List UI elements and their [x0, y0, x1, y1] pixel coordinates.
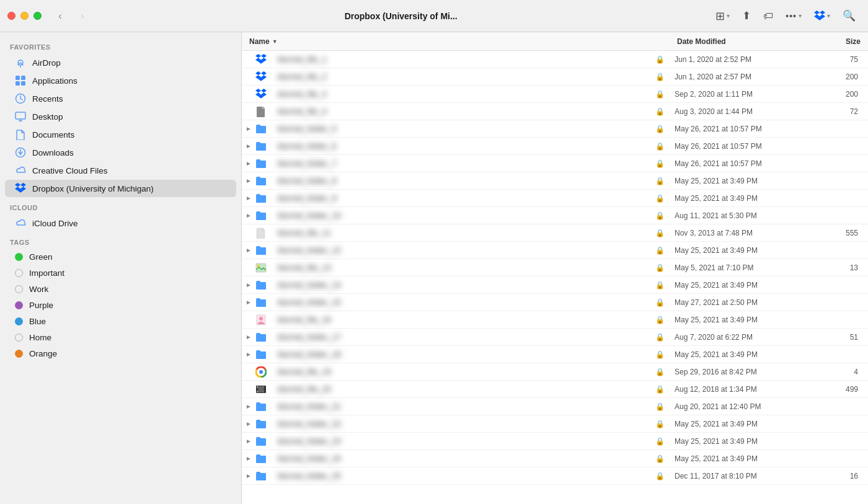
table-row[interactable]: ► blurred_folder_18 🔒 May 25, 2021 at 3:…	[242, 346, 868, 363]
table-row[interactable]: ► blurred_folder_15 🔒 May 27, 2021 at 2:…	[242, 294, 868, 311]
sidebar-item-dropbox[interactable]: Dropbox (University of Michigan)	[5, 180, 236, 197]
table-row[interactable]: ► blurred_folder_8 🔒 May 25, 2021 at 3:4…	[242, 172, 868, 190]
sidebar-item-desktop[interactable]: Desktop	[5, 108, 236, 125]
file-icon	[254, 174, 268, 188]
file-icon	[254, 382, 268, 396]
creative-cloud-icon	[15, 165, 26, 176]
table-row[interactable]: blurred_file_1 🔒 Jun 1, 2020 at 2:52 PM …	[242, 51, 868, 68]
close-button[interactable]	[7, 12, 16, 20]
table-row[interactable]: ► blurred_folder_5 🔒 May 26, 2021 at 10:…	[242, 120, 868, 138]
sidebar-item-orange[interactable]: Orange	[5, 346, 236, 361]
sidebar-item-green[interactable]: Green	[5, 249, 236, 265]
expand-icon[interactable]: ►	[244, 437, 253, 446]
expand-icon[interactable]: ►	[244, 454, 253, 463]
table-row[interactable]: ► blurred_folder_6 🔒 May 26, 2021 at 10:…	[242, 138, 868, 155]
table-row[interactable]: ► blurred_folder_12 🔒 May 25, 2021 at 3:…	[242, 242, 868, 259]
desktop-icon	[15, 111, 26, 122]
file-icon	[254, 105, 268, 118]
back-button[interactable]: ‹	[51, 7, 69, 25]
search-button[interactable]: 🔍	[838, 7, 861, 25]
table-row[interactable]: blurred_file_16 🔒 May 25, 2021 at 3:49 P…	[242, 311, 868, 329]
expand-icon[interactable]: ►	[244, 142, 253, 151]
name-column-header[interactable]: Name ▼	[242, 37, 670, 46]
forward-button[interactable]: ›	[74, 7, 91, 25]
table-row[interactable]: blurred_file_3 🔒 Sep 2, 2020 at 1:11 PM …	[242, 86, 868, 103]
maximize-button[interactable]	[33, 12, 42, 20]
table-row[interactable]: blurred_file_2 🔒 Jun 1, 2020 at 2:57 PM …	[242, 68, 868, 86]
titlebar: ‹ › Dropbox (University of Mi... ⊞ ▾ ⬆ 🏷…	[0, 0, 868, 32]
file-icon	[254, 296, 268, 309]
expand-icon[interactable]: ►	[244, 333, 253, 342]
table-row[interactable]: blurred_file_19 🔒 Sep 29, 2016 at 8:42 P…	[242, 363, 868, 381]
view-chevron-icon: ▾	[727, 12, 730, 19]
sidebar-item-creative-cloud[interactable]: Creative Cloud Files	[5, 162, 236, 179]
expand-icon[interactable]: ►	[244, 298, 253, 307]
expand-icon[interactable]: ►	[244, 402, 253, 411]
orange-tag-dot	[15, 350, 23, 358]
row-indent: ►	[244, 244, 275, 257]
file-name: blurred_folder_14	[275, 280, 652, 290]
expand-icon[interactable]: ►	[244, 159, 253, 168]
more-chevron-icon: ▾	[799, 12, 802, 19]
table-row[interactable]: ► blurred_folder_22 🔒 May 25, 2021 at 3:…	[242, 415, 868, 433]
view-toggle-button[interactable]: ⊞ ▾	[711, 7, 735, 25]
more-button[interactable]: ••• ▾	[781, 9, 807, 24]
table-row[interactable]: ► blurred_folder_7 🔒 May 26, 2021 at 10:…	[242, 155, 868, 172]
table-row[interactable]: blurred_file_11 🔒 Nov 3, 2013 at 7:48 PM…	[242, 224, 868, 242]
file-date: Aug 12, 2018 at 1:34 PM	[667, 385, 816, 394]
sidebar-item-documents[interactable]: Documents	[5, 126, 236, 143]
sidebar-item-blue[interactable]: Blue	[5, 314, 236, 329]
table-row[interactable]: blurred_file_20 🔒 Aug 12, 2018 at 1:34 P…	[242, 381, 868, 398]
table-row[interactable]: ► blurred_folder_23 🔒 May 25, 2021 at 3:…	[242, 433, 868, 450]
table-row[interactable]: blurred_file_4 🔒 Aug 3, 2020 at 1:44 PM …	[242, 103, 868, 120]
privacy-icon: 🔒	[652, 229, 667, 237]
date-column-header[interactable]: Date Modified	[670, 37, 818, 46]
tag-button[interactable]: 🏷	[758, 8, 778, 24]
file-icon	[254, 87, 268, 101]
share-button[interactable]: ⬆	[737, 7, 756, 25]
sidebar-item-important[interactable]: Important	[5, 265, 236, 281]
table-row[interactable]: ► blurred_folder_24 🔒 May 25, 2021 at 3:…	[242, 450, 868, 467]
privacy-icon: 🔒	[652, 316, 667, 324]
row-indent: ►	[244, 192, 275, 205]
file-date: May 25, 2021 at 3:49 PM	[667, 454, 816, 463]
expand-icon[interactable]: ►	[244, 211, 253, 220]
privacy-icon: 🔒	[652, 350, 667, 359]
expand-icon[interactable]: ►	[244, 177, 253, 185]
file-icon	[254, 469, 268, 483]
svg-rect-6	[21, 76, 25, 80]
sidebar-item-applications[interactable]: Applications	[5, 72, 236, 89]
sidebar-item-icloud-drive[interactable]: iCloud Drive	[5, 214, 236, 232]
sidebar-item-home[interactable]: Home	[5, 330, 236, 345]
privacy-icon: 🔒	[652, 437, 667, 446]
table-row[interactable]: ► blurred_folder_17 🔒 Aug 7, 2020 at 6:2…	[242, 329, 868, 346]
table-row[interactable]: ► blurred_folder_21 🔒 Aug 20, 2021 at 12…	[242, 398, 868, 415]
sidebar-item-recents[interactable]: Recents	[5, 90, 236, 107]
row-indent	[244, 313, 275, 327]
sidebar-item-purple[interactable]: Purple	[5, 298, 236, 313]
file-size: 13	[816, 263, 866, 272]
sidebar-item-work[interactable]: Work	[5, 281, 236, 297]
expand-icon[interactable]: ►	[244, 125, 253, 133]
table-row[interactable]: ► blurred_folder_9 🔒 May 25, 2021 at 3:4…	[242, 190, 868, 207]
table-row[interactable]: ► blurred_folder_25 🔒 Dec 11, 2017 at 8:…	[242, 467, 868, 485]
table-row[interactable]: blurred_file_13 🔒 May 5, 2021 at 7:10 PM…	[242, 259, 868, 276]
table-row[interactable]: ► blurred_folder_14 🔒 May 25, 2021 at 3:…	[242, 276, 868, 294]
green-tag-label: Green	[29, 252, 53, 262]
sidebar-item-airdrop[interactable]: AirDrop	[5, 54, 236, 71]
expand-icon[interactable]: ►	[244, 350, 253, 359]
table-row[interactable]: ► blurred_folder_10 🔒 Aug 11, 2021 at 5:…	[242, 207, 868, 224]
expand-icon[interactable]: ►	[244, 281, 253, 290]
file-date: Jun 1, 2020 at 2:52 PM	[667, 55, 816, 64]
expand-icon[interactable]: ►	[244, 194, 253, 203]
expand-icon[interactable]: ►	[244, 472, 253, 480]
minimize-button[interactable]	[20, 12, 29, 20]
size-column-header[interactable]: Size	[818, 37, 868, 46]
sidebar-item-downloads[interactable]: Downloads	[5, 144, 236, 161]
file-icon	[254, 348, 268, 361]
expand-icon[interactable]: ►	[244, 246, 253, 255]
dropbox-button[interactable]: ▾	[809, 8, 835, 24]
svg-point-32	[259, 370, 263, 374]
expand-icon[interactable]: ►	[244, 420, 253, 428]
file-name: blurred_folder_17	[275, 332, 652, 342]
